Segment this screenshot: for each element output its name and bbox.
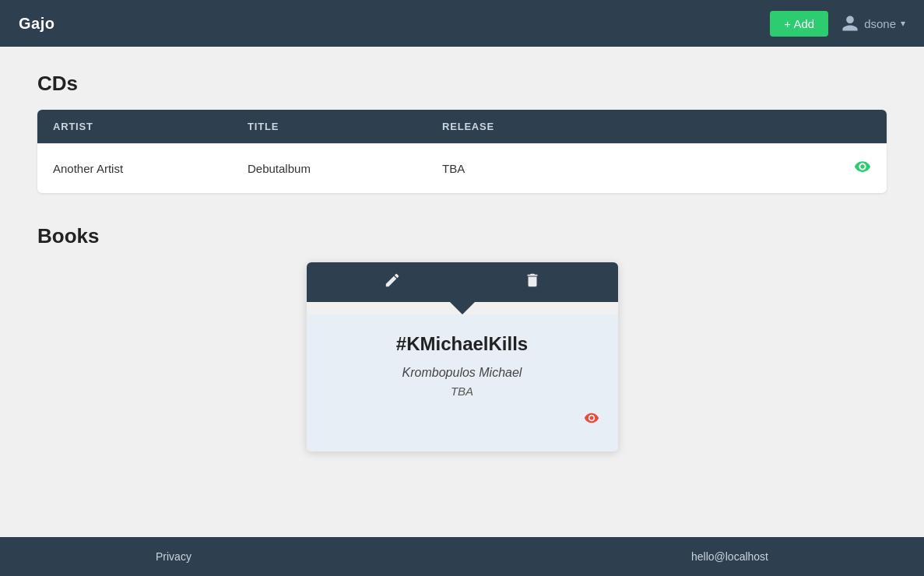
eye-icon xyxy=(854,158,871,175)
main-content: CDs ARTIST TITLE RELEASE Another Artist … xyxy=(0,47,924,537)
edit-icon xyxy=(384,272,401,289)
navbar: Gajo + Add dsone ▾ xyxy=(0,0,924,47)
add-button[interactable]: + Add xyxy=(770,11,828,37)
brand-logo: Gajo xyxy=(19,15,54,33)
add-button-label: + Add xyxy=(784,17,814,30)
col-header-title: TITLE xyxy=(248,121,442,132)
book-title: #KMichaelKills xyxy=(325,333,599,355)
delete-book-button[interactable] xyxy=(524,272,541,293)
book-eye-container xyxy=(325,410,599,430)
cds-section-title: CDs xyxy=(37,72,887,96)
book-release: TBA xyxy=(325,385,599,398)
footer-email: hello@localhost xyxy=(691,550,768,563)
table-row: Another Artist Debutalbum TBA xyxy=(37,143,887,193)
books-section: Books xyxy=(37,224,887,451)
cd-table-header: ARTIST TITLE RELEASE xyxy=(37,110,887,143)
books-section-title: Books xyxy=(37,224,887,248)
book-card-toolbar xyxy=(307,262,618,302)
cds-table-container: ARTIST TITLE RELEASE Another Artist Debu… xyxy=(37,110,887,193)
edit-book-button[interactable] xyxy=(384,272,401,293)
view-book-button[interactable] xyxy=(584,410,599,430)
book-card: #KMichaelKills Krombopulos Michael TBA xyxy=(307,262,618,451)
col-header-release: RELEASE xyxy=(442,121,598,132)
cd-title: Debutalbum xyxy=(248,162,442,175)
eye-icon-red xyxy=(584,410,599,426)
cd-actions xyxy=(598,158,871,179)
user-icon xyxy=(841,14,859,33)
view-cd-button[interactable] xyxy=(854,158,871,179)
cd-release: TBA xyxy=(442,162,598,175)
card-pointer xyxy=(450,302,475,314)
footer: Privacy hello@localhost xyxy=(0,537,924,576)
book-card-wrapper: #KMichaelKills Krombopulos Michael TBA xyxy=(37,262,887,451)
book-author: Krombopulos Michael xyxy=(325,366,599,380)
navbar-right: + Add dsone ▾ xyxy=(770,11,905,37)
privacy-link[interactable]: Privacy xyxy=(156,550,191,563)
user-menu[interactable]: dsone ▾ xyxy=(841,14,905,33)
trash-icon xyxy=(524,272,541,289)
book-card-body: #KMichaelKills Krombopulos Michael TBA xyxy=(307,314,618,451)
col-header-artist: ARTIST xyxy=(53,121,248,132)
chevron-down-icon: ▾ xyxy=(901,18,905,29)
user-name: dsone xyxy=(864,17,896,30)
col-header-actions xyxy=(598,121,871,132)
cd-artist: Another Artist xyxy=(53,162,248,175)
